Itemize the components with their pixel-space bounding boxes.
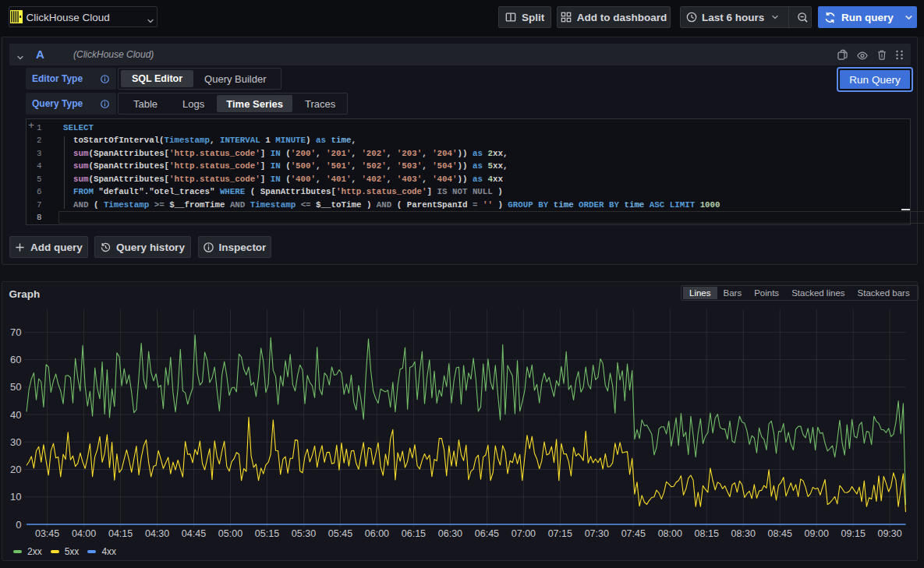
svg-text:08:45: 08:45: [768, 528, 792, 539]
svg-text:06:15: 06:15: [402, 528, 426, 539]
svg-text:08:30: 08:30: [731, 528, 756, 539]
svg-text:40: 40: [10, 409, 21, 421]
svg-text:30: 30: [10, 436, 21, 448]
svg-text:07:00: 07:00: [512, 528, 536, 539]
svg-text:05:00: 05:00: [218, 528, 243, 539]
svg-text:03:45: 03:45: [35, 528, 59, 539]
svg-text:06:45: 06:45: [475, 528, 499, 539]
svg-text:70: 70: [10, 326, 21, 338]
svg-text:05:30: 05:30: [292, 528, 316, 539]
svg-text:60: 60: [10, 354, 21, 365]
svg-text:07:30: 07:30: [585, 528, 609, 539]
svg-text:06:00: 06:00: [365, 528, 389, 539]
svg-text:05:45: 05:45: [328, 528, 352, 539]
svg-text:07:15: 07:15: [548, 528, 572, 539]
svg-text:04:15: 04:15: [108, 528, 133, 539]
svg-text:20: 20: [10, 464, 21, 475]
svg-text:08:15: 08:15: [695, 528, 719, 539]
svg-text:04:30: 04:30: [145, 528, 169, 539]
svg-text:08:00: 08:00: [658, 528, 682, 539]
svg-text:05:15: 05:15: [255, 528, 279, 539]
svg-text:50: 50: [10, 381, 21, 393]
svg-text:0: 0: [16, 519, 21, 531]
svg-text:04:45: 04:45: [182, 528, 206, 539]
svg-text:09:30: 09:30: [877, 528, 901, 539]
svg-text:06:30: 06:30: [438, 528, 462, 539]
svg-text:09:00: 09:00: [805, 528, 829, 539]
svg-text:07:45: 07:45: [621, 528, 646, 539]
svg-text:04:00: 04:00: [72, 528, 96, 539]
svg-text:10: 10: [10, 491, 21, 503]
svg-text:09:15: 09:15: [841, 528, 866, 539]
